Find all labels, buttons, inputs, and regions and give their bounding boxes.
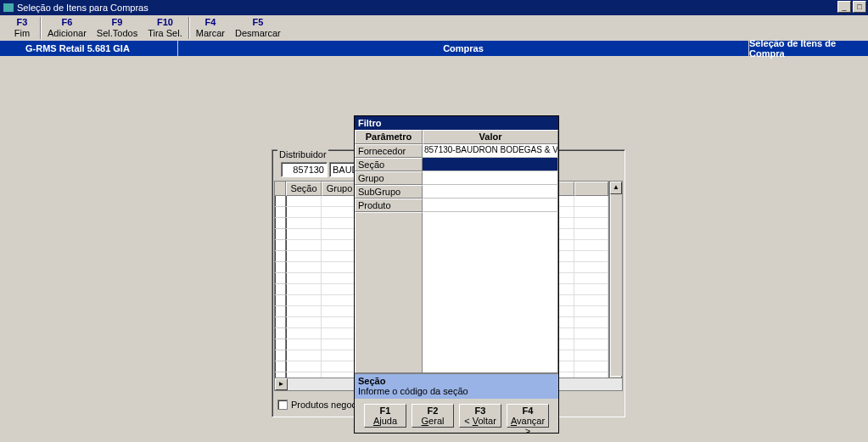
row-checkbox[interactable] xyxy=(275,262,285,273)
row-checkbox[interactable] xyxy=(275,328,285,339)
filtro-row-grupo[interactable]: Grupo xyxy=(355,171,558,185)
filtro-subgrupo-value[interactable] xyxy=(423,185,558,199)
filtro-row-secao[interactable]: Seção xyxy=(355,158,558,171)
scroll-right-icon[interactable]: ► xyxy=(275,378,288,390)
main-toolbar: F3 Fim F6 Adicionar F9 Sel.Todos F10 Tir… xyxy=(0,15,868,41)
toolbar-fim[interactable]: F3 Fim xyxy=(5,17,39,39)
row-checkbox[interactable] xyxy=(275,196,285,207)
row-checkbox[interactable] xyxy=(275,273,285,284)
header-app: G-RMS Retail 5.681 GIA xyxy=(0,41,178,56)
toolbar-tira-sel[interactable]: F10 Tira Sel. xyxy=(143,17,188,39)
row-checkbox[interactable] xyxy=(275,350,285,361)
row-checkbox[interactable] xyxy=(275,207,285,218)
filtro-btn-ajuda[interactable]: F1 Ajuda xyxy=(364,404,406,428)
row-checkbox[interactable] xyxy=(275,218,285,229)
filtro-secao-value[interactable] xyxy=(423,158,558,171)
filtro-col-parametro: Parâmetro xyxy=(355,130,423,144)
row-checkbox[interactable] xyxy=(275,339,285,350)
distribuidor-group-label: Distribuidor xyxy=(277,149,328,159)
filtro-btn-avancar[interactable]: F4 Avançar > xyxy=(507,404,549,428)
filtro-hint: Seção Informe o código da seção xyxy=(355,373,558,399)
scroll-up-icon[interactable]: ▲ xyxy=(610,182,622,194)
filtro-fornecedor-value[interactable]: 857130-BAUDRON BODEGAS & VINEDOS S.A xyxy=(423,144,558,158)
header-module: Compras xyxy=(178,41,749,56)
row-checkbox[interactable] xyxy=(275,306,285,317)
maximize-button[interactable]: □ xyxy=(853,1,866,13)
filtro-grupo-value[interactable] xyxy=(423,171,558,185)
toolbar-adicionar[interactable]: F6 Adicionar xyxy=(42,17,92,39)
filtro-param-empty xyxy=(355,212,423,373)
filtro-col-valor: Valor xyxy=(423,130,558,144)
row-checkbox[interactable] xyxy=(275,361,285,372)
grid-vertical-scrollbar[interactable]: ▲ ▼ xyxy=(609,181,623,389)
filtro-row-produto[interactable]: Produto xyxy=(355,199,558,212)
row-checkbox[interactable] xyxy=(275,240,285,251)
filtro-btn-voltar[interactable]: F3 < Voltar xyxy=(459,404,501,428)
toolbar-separator xyxy=(188,17,190,39)
row-checkbox[interactable] xyxy=(275,284,285,295)
distribuidor-code-input[interactable] xyxy=(281,162,328,177)
filtro-btn-geral[interactable]: F2 Geral xyxy=(412,404,454,428)
filtro-hint-title: Seção xyxy=(358,376,385,386)
toolbar-marcar[interactable]: F4 Marcar xyxy=(191,17,230,39)
app-icon xyxy=(3,3,14,12)
produtos-negociados-checkbox[interactable] xyxy=(277,400,288,410)
row-checkbox[interactable] xyxy=(275,317,285,328)
toolbar-sel-todos[interactable]: F9 Sel.Todos xyxy=(92,17,143,39)
window-title: Seleção de Itens para Compras xyxy=(17,3,148,13)
filtro-row-fornecedor[interactable]: Fornecedor 857130-BAUDRON BODEGAS & VINE… xyxy=(355,144,558,158)
row-checkbox[interactable] xyxy=(275,295,285,306)
header-screen: Seleção de Itens de Compra xyxy=(749,41,868,56)
row-checkbox[interactable] xyxy=(275,251,285,262)
filtro-row-subgrupo[interactable]: SubGrupo xyxy=(355,185,558,199)
workspace: Distribuidor xyxy=(0,56,868,442)
filtro-valor-empty xyxy=(423,212,558,373)
filtro-title: Filtro xyxy=(355,116,558,130)
filtro-dialog: Filtro Parâmetro Valor Fornecedor 857130… xyxy=(354,115,559,434)
filtro-hint-text: Informe o código da seção xyxy=(358,386,468,396)
grid-check-column xyxy=(274,181,286,389)
toolbar-separator xyxy=(40,17,42,39)
col-grupo[interactable]: Grupo xyxy=(322,182,357,196)
toolbar-desmarcar[interactable]: F5 Desmarcar xyxy=(230,17,286,39)
window-titlebar: Seleção de Itens para Compras _ □ xyxy=(0,0,868,15)
row-checkbox[interactable] xyxy=(275,229,285,240)
minimize-button[interactable]: _ xyxy=(837,1,851,13)
filtro-produto-value[interactable] xyxy=(423,199,558,212)
col-secao[interactable]: Seção xyxy=(286,182,322,196)
header-bars: G-RMS Retail 5.681 GIA Compras Seleção d… xyxy=(0,41,868,56)
